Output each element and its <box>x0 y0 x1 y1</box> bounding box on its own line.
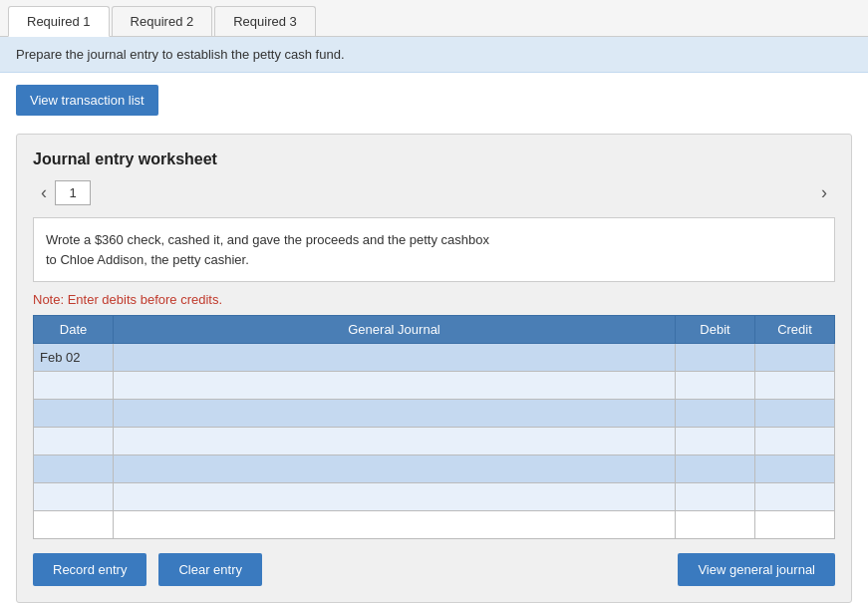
credit-cell[interactable] <box>755 372 835 400</box>
col-header-journal: General Journal <box>114 316 676 344</box>
credit-input[interactable] <box>755 511 834 538</box>
clear-entry-button[interactable]: Clear entry <box>158 553 262 586</box>
journal-cell[interactable] <box>114 400 676 428</box>
credit-cell[interactable] <box>755 511 835 539</box>
debit-cell[interactable] <box>676 344 755 372</box>
credit-input[interactable] <box>755 344 834 371</box>
table-row <box>34 483 835 511</box>
table-row <box>34 455 835 483</box>
nav-page-box: 1 <box>55 180 91 205</box>
debit-input[interactable] <box>676 455 754 482</box>
description-text: Wrote a $360 check, cashed it, and gave … <box>46 232 489 267</box>
journal-cell[interactable] <box>114 428 676 455</box>
journal-cell[interactable] <box>114 455 676 483</box>
debit-cell[interactable] <box>676 400 755 428</box>
table-row <box>34 400 835 428</box>
table-row <box>34 428 835 455</box>
record-entry-button[interactable]: Record entry <box>33 553 146 586</box>
date-cell <box>34 372 114 400</box>
debit-cell[interactable] <box>676 483 755 511</box>
button-row: Record entry Clear entry View general jo… <box>33 553 835 586</box>
debit-cell[interactable] <box>676 455 755 483</box>
tab-required-3[interactable]: Required 3 <box>214 6 316 36</box>
col-header-date: Date <box>34 316 114 344</box>
date-cell <box>34 400 114 428</box>
view-transaction-button[interactable]: View transaction list <box>16 85 158 116</box>
credit-input[interactable] <box>755 455 834 482</box>
credit-input[interactable] <box>755 483 834 510</box>
worksheet-title: Journal entry worksheet <box>33 151 835 168</box>
info-bar-text: Prepare the journal entry to establish t… <box>16 47 345 62</box>
journal-input[interactable] <box>114 428 675 454</box>
nav-next-button[interactable]: › <box>813 180 835 205</box>
journal-cell[interactable] <box>114 372 676 400</box>
journal-table: Date General Journal Debit Credit Feb 02 <box>33 315 835 539</box>
journal-input[interactable] <box>114 483 675 510</box>
journal-input[interactable] <box>114 511 675 538</box>
view-general-journal-button[interactable]: View general journal <box>678 553 835 586</box>
debit-cell[interactable] <box>676 428 755 455</box>
credit-cell[interactable] <box>755 344 835 372</box>
journal-input[interactable] <box>114 455 675 482</box>
credit-input[interactable] <box>755 428 834 454</box>
debit-input[interactable] <box>676 511 754 538</box>
journal-input[interactable] <box>114 344 675 371</box>
credit-input[interactable] <box>755 372 834 399</box>
tabs-bar: Required 1 Required 2 Required 3 <box>0 0 868 37</box>
worksheet-container: Journal entry worksheet ‹ 1 › Wrote a $3… <box>16 134 852 603</box>
date-cell: Feb 02 <box>34 344 114 372</box>
debit-input[interactable] <box>676 400 754 427</box>
table-row <box>34 372 835 400</box>
date-cell <box>34 428 114 455</box>
journal-cell[interactable] <box>114 511 676 539</box>
description-box: Wrote a $360 check, cashed it, and gave … <box>33 217 835 282</box>
col-header-debit: Debit <box>676 316 755 344</box>
table-row <box>34 511 835 539</box>
col-header-credit: Credit <box>755 316 835 344</box>
journal-cell[interactable] <box>114 483 676 511</box>
journal-input[interactable] <box>114 400 675 427</box>
debit-cell[interactable] <box>676 511 755 539</box>
credit-cell[interactable] <box>755 455 835 483</box>
credit-input[interactable] <box>755 400 834 427</box>
debit-input[interactable] <box>676 483 754 510</box>
journal-input[interactable] <box>114 372 675 399</box>
nav-row: ‹ 1 › <box>33 180 835 205</box>
credit-cell[interactable] <box>755 428 835 455</box>
date-cell <box>34 511 114 539</box>
tab-required-2[interactable]: Required 2 <box>112 6 213 36</box>
debit-cell[interactable] <box>676 372 755 400</box>
credit-cell[interactable] <box>755 400 835 428</box>
table-row: Feb 02 <box>34 344 835 372</box>
note-text: Note: Enter debits before credits. <box>33 292 835 307</box>
journal-cell[interactable] <box>114 344 676 372</box>
nav-prev-button[interactable]: ‹ <box>33 180 55 205</box>
debit-input[interactable] <box>676 428 754 454</box>
date-cell <box>34 455 114 483</box>
debit-input[interactable] <box>676 344 754 371</box>
date-cell <box>34 483 114 511</box>
info-bar: Prepare the journal entry to establish t… <box>0 37 868 73</box>
credit-cell[interactable] <box>755 483 835 511</box>
tab-required-1[interactable]: Required 1 <box>8 6 110 37</box>
debit-input[interactable] <box>676 372 754 399</box>
